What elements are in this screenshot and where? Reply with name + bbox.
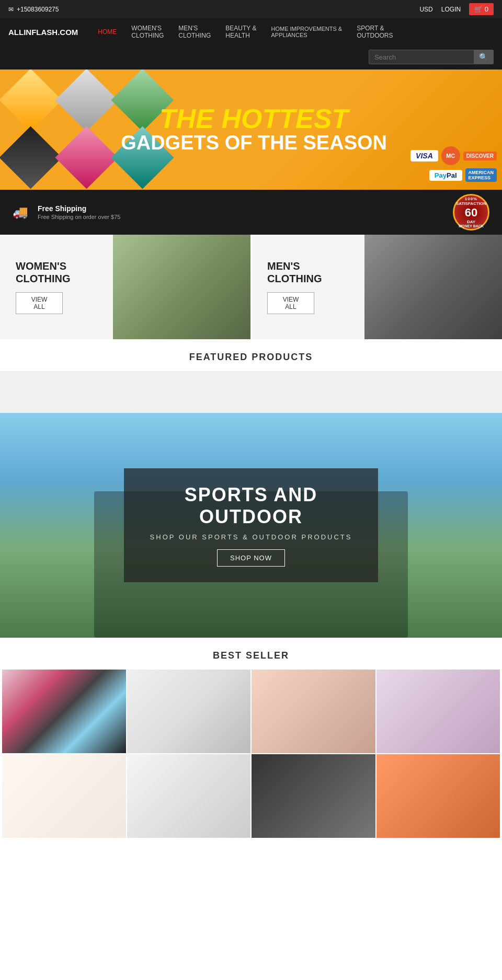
product-image-5 — [2, 754, 126, 838]
nav-item-sport[interactable]: SPORT &OUTDOORS — [349, 16, 400, 48]
payment-row-1: VISA MC DISCOVER — [410, 146, 497, 165]
product-grid — [0, 670, 502, 838]
womens-title: WOMEN'SCLOTHING — [16, 260, 70, 285]
product-image-7 — [252, 754, 375, 838]
seal-satisfaction: SATISFACTION — [456, 201, 486, 206]
site-logo[interactable]: ALLINFLASH.COM — [8, 28, 78, 37]
main-nav: HOME WOMEN'SCLOTHING MEN'SCLOTHING BEAUT… — [90, 16, 494, 48]
top-bar-left: ✉ +15083609275 — [8, 6, 59, 13]
product-card-3[interactable] — [252, 670, 375, 753]
womens-image — [113, 235, 250, 339]
seal-days: 60 — [465, 206, 477, 220]
mens-clothing-info: MEN'SCLOTHING VIEW ALL — [267, 260, 322, 314]
product-card-6[interactable] — [127, 754, 251, 838]
shipping-subtitle: Free Shipping on order over $75 — [38, 214, 120, 220]
top-bar-right: USD LOGIN 🛒 0 — [419, 3, 494, 15]
search-input[interactable] — [369, 50, 474, 64]
email-icon: ✉ — [8, 6, 14, 13]
womens-clothing-info: WOMEN'SCLOTHING VIEW ALL — [16, 260, 70, 314]
search-bar-row: 🔍 — [0, 45, 502, 70]
shipping-bar: 🚚 Free Shipping Free Shipping on order o… — [0, 190, 502, 235]
search-button[interactable]: 🔍 — [474, 50, 493, 64]
nav-item-beauty[interactable]: BEAUTY &HEALTH — [218, 16, 264, 48]
womens-view-all-button[interactable]: VIEW ALL — [16, 292, 63, 314]
top-bar: ✉ +15083609275 USD LOGIN 🛒 0 — [0, 0, 502, 18]
womens-clothing-card: WOMEN'SCLOTHING VIEW ALL — [0, 235, 250, 339]
payment-logos: VISA MC DISCOVER PayPal AMERICANEXPRESS — [410, 146, 497, 182]
bottom-space — [0, 838, 502, 859]
product-image-4 — [376, 670, 500, 753]
product-card-7[interactable] — [252, 754, 375, 838]
hero-diamond-2 — [55, 70, 118, 132]
sports-banner: SPORTS ANDOUTDOOR SHOP OUR SPORTS & OUTD… — [0, 413, 502, 638]
featured-products-area — [0, 371, 502, 413]
hero-diamond-1 — [0, 70, 62, 132]
best-seller-title: BEST SELLER — [0, 638, 502, 670]
shipping-title: Free Shipping — [38, 204, 86, 213]
product-card-4[interactable] — [376, 670, 500, 753]
hero-diamond-5 — [55, 126, 118, 189]
mastercard-logo: MC — [441, 146, 460, 165]
product-card-2[interactable] — [127, 670, 251, 753]
womens-bg — [113, 235, 250, 339]
featured-products-title: FEATURED PRODUCTS — [0, 339, 502, 371]
product-image-8 — [376, 754, 500, 838]
paypal-logo: PayPal — [429, 170, 462, 181]
amex-logo: AMERICANEXPRESS — [465, 168, 497, 182]
clothing-section: WOMEN'SCLOTHING VIEW ALL MEN'SCLOTHING V… — [0, 235, 502, 339]
nav-item-womens[interactable]: WOMEN'SCLOTHING — [124, 16, 171, 48]
product-card-1[interactable] — [2, 670, 126, 753]
seal-100: 100% — [465, 197, 477, 201]
mens-clothing-card: MEN'SCLOTHING VIEW ALL — [252, 235, 502, 339]
search-wrap: 🔍 — [369, 50, 494, 64]
nav-item-mens[interactable]: MEN'SCLOTHING — [171, 16, 218, 48]
mens-image — [364, 235, 502, 339]
sports-overlay: SPORTS ANDOUTDOOR SHOP OUR SPORTS & OUTD… — [124, 468, 379, 582]
shop-now-button[interactable]: SHOP NOW — [217, 549, 285, 567]
cart-button[interactable]: 🛒 0 — [469, 3, 494, 15]
hero-diamond-4 — [0, 126, 62, 189]
sports-title: SPORTS ANDOUTDOOR — [150, 484, 352, 528]
hero-text: THE HOTTEST GADGETS OF THE SEASON — [121, 105, 387, 154]
mens-view-all-button[interactable]: VIEW ALL — [267, 292, 314, 314]
login-link[interactable]: LOGIN — [441, 6, 461, 13]
product-image-1 — [2, 670, 126, 753]
hero-banner: THE HOTTEST GADGETS OF THE SEASON VISA M… — [0, 70, 502, 190]
navbar: ALLINFLASH.COM HOME WOMEN'SCLOTHING MEN'… — [0, 18, 502, 45]
nav-item-home[interactable]: HOME — [90, 20, 124, 44]
hero-gadgets: GADGETS OF THE SEASON — [121, 132, 387, 154]
truck-icon: 🚚 — [13, 205, 28, 220]
hero-hottest: THE HOTTEST — [121, 105, 387, 132]
phone-number: +15083609275 — [17, 6, 59, 13]
product-image-3 — [252, 670, 375, 753]
nav-item-home-improvements[interactable]: HOME IMPROVEMENTS &APPLIANCES — [264, 17, 350, 47]
product-card-5[interactable] — [2, 754, 126, 838]
seal-money-back: MONEY BACK — [459, 224, 484, 228]
mens-title: MEN'SCLOTHING — [267, 260, 322, 285]
mens-bg — [364, 235, 502, 339]
shipping-text: Free Shipping Free Shipping on order ove… — [38, 204, 120, 221]
product-image-2 — [127, 670, 251, 753]
product-image-6 — [127, 754, 251, 838]
seal-day: DAY — [467, 220, 475, 224]
product-card-8[interactable] — [376, 754, 500, 838]
sports-subtitle: SHOP OUR SPORTS & OUTDOOR PRODUCTS — [150, 533, 352, 541]
guarantee-seal: 100% SATISFACTION 60 DAY MONEY BACK — [453, 194, 489, 230]
payment-row-2: PayPal AMERICANEXPRESS — [429, 168, 497, 182]
discover-logo: DISCOVER — [463, 152, 497, 160]
currency-selector[interactable]: USD — [419, 6, 432, 13]
visa-logo: VISA — [410, 150, 438, 162]
